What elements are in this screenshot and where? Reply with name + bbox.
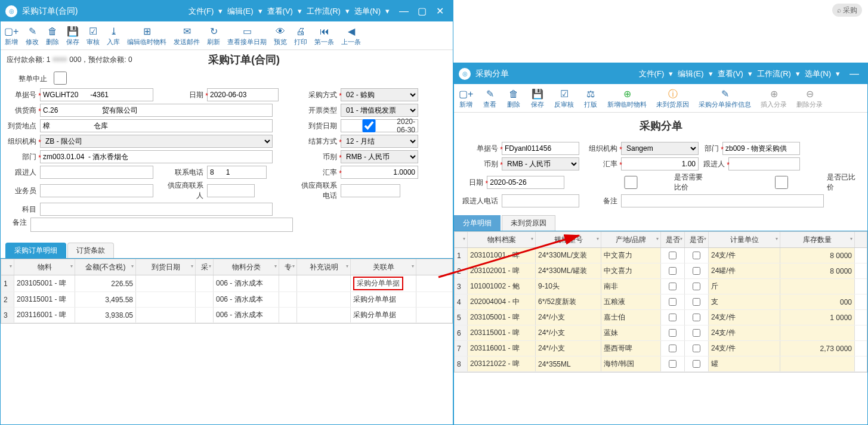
menu-workflow[interactable]: 工作流(R)	[307, 6, 341, 17]
toolbar-打版[interactable]: ⚖打版	[579, 86, 603, 110]
menu-view[interactable]: 查看(V)	[718, 69, 743, 79]
row-checkbox-1[interactable]	[669, 298, 677, 306]
arrival-place-input[interactable]	[40, 119, 273, 132]
menu-view[interactable]: 查看(V)	[267, 6, 293, 17]
col-header[interactable]: 关联单	[351, 259, 416, 275]
tab-split-detail[interactable]: 分单明细	[454, 215, 501, 231]
row-checkbox-1[interactable]	[669, 314, 677, 321]
settlement-select[interactable]: 12 - 月结	[341, 135, 418, 148]
org-select[interactable]: ZB - 限公司	[40, 135, 273, 148]
toolbar-插入分录[interactable]: ⊕插入分录	[756, 86, 792, 110]
col-header[interactable]: 到货日期	[136, 259, 196, 275]
toolbar-编辑临时物料[interactable]: ⊞编辑临时物料	[123, 24, 170, 47]
menu-edit[interactable]: 编辑(E)	[227, 6, 253, 17]
toolbar-入库[interactable]: ⤓入库	[103, 24, 123, 47]
table-row[interactable]: 6203115001 - 啤24*/小支蓝妹24支/件	[455, 325, 867, 341]
toolbar-审核[interactable]: ☑审核	[83, 24, 103, 47]
table-row[interactable]: 3101001002 - 鲍9-10头南非斤	[455, 279, 867, 294]
toolbar-反审核[interactable]: ☑反审核	[549, 86, 579, 110]
purchase-type-select[interactable]: 02 - 赊购	[341, 88, 418, 101]
toolbar-新增临时物料[interactable]: ⊕新增临时物料	[603, 86, 651, 110]
menu-workflow[interactable]: 工作流(R)	[757, 69, 791, 79]
table-row[interactable]: 8203121022 - 啤24*355ML海特/韩国罐	[455, 356, 867, 372]
toolbar-未到货原因[interactable]: ⓘ未到货原因	[651, 86, 694, 110]
table-row[interactable]: 2203115001 - 啤3,495.58006 - 酒水成本采购分单单据	[1, 292, 452, 308]
dept-input[interactable]	[40, 150, 273, 163]
col-header[interactable]: 采	[196, 259, 214, 275]
close-button[interactable]: ✕	[431, 3, 448, 20]
col-header[interactable]: 是否	[661, 232, 685, 247]
r-follower-phone-input[interactable]	[502, 194, 579, 207]
col-header[interactable]: 是否	[685, 232, 709, 247]
toolbar-发送邮件[interactable]: ✉发送邮件	[170, 24, 203, 47]
menu-select[interactable]: 选单(N)	[354, 6, 381, 17]
row-checkbox-1[interactable]	[669, 345, 677, 352]
toolbar-查看[interactable]: ✎查看	[478, 86, 502, 110]
biz-input[interactable]	[40, 184, 153, 197]
table-row[interactable]: 1203101001 - 啤24*330ML/支装中文喜力24支/件8 0000	[455, 248, 867, 263]
toolbar-上一条[interactable]: ◀上一条	[338, 24, 365, 47]
col-header[interactable]: 物料	[14, 259, 75, 275]
toolbar-删除[interactable]: 🗑删除	[42, 24, 63, 47]
sup-phone-input[interactable]	[341, 184, 400, 197]
col-header[interactable]: 库存数量	[780, 232, 855, 247]
col-header[interactable]: 物料分类	[214, 259, 279, 275]
minimize-button[interactable]: —	[846, 66, 863, 82]
col-header[interactable]	[455, 232, 468, 247]
menu-select[interactable]: 选单(N)	[805, 69, 831, 79]
table-row[interactable]: 7203116001 - 啤24*/小支墨西哥啤24支/件2,73 0000	[455, 341, 867, 356]
sup-contact-input[interactable]	[207, 184, 255, 197]
toolbar-采购分单操作信息[interactable]: ✎采购分单操作信息	[694, 86, 756, 110]
table-row[interactable]: 5203105001 - 啤24*/小支嘉士伯24支/件1 0000	[455, 310, 867, 325]
r-rate-input[interactable]	[621, 157, 699, 170]
toolbar-预览[interactable]: 👁预览	[270, 24, 291, 47]
row-checkbox-1[interactable]	[669, 283, 677, 290]
r-date-input[interactable]	[487, 176, 564, 189]
menu-file[interactable]: 文件(F)	[189, 6, 214, 17]
toolbar-新增[interactable]: ▢+新增	[454, 86, 478, 110]
row-checkbox-2[interactable]	[693, 329, 700, 337]
r-currency-select[interactable]: RMB - 人民币	[502, 157, 579, 170]
r-docno-input[interactable]	[502, 142, 579, 155]
table-row[interactable]: 3203116001 - 啤3,938.05006 - 酒水成本采购分单单据	[1, 308, 452, 323]
toolbar-保存[interactable]: 💾保存	[63, 24, 83, 47]
tab-terms[interactable]: 订货条款	[67, 243, 114, 258]
table-row[interactable]: 4202004004 - 中6*/52度新装五粮液支000	[455, 294, 867, 310]
col-header[interactable]: 计量单位	[709, 232, 780, 247]
col-header[interactable]: 规格型号	[536, 232, 601, 247]
date-input[interactable]	[207, 88, 279, 101]
r-org-select[interactable]: Sangem	[621, 142, 699, 155]
row-checkbox-2[interactable]	[693, 252, 700, 259]
search-button[interactable]: ⌕ 采购	[832, 4, 862, 17]
r-follower-input[interactable]	[728, 157, 800, 170]
row-checkbox-1[interactable]	[669, 329, 677, 337]
col-header[interactable]	[1, 259, 14, 275]
menu-edit[interactable]: 编辑(E)	[678, 69, 703, 79]
maximize-button[interactable]: ▢	[413, 3, 430, 20]
row-checkbox-1[interactable]	[669, 252, 677, 259]
toolbar-刷新[interactable]: ↻刷新	[203, 24, 224, 47]
col-header[interactable]: 产地/品牌	[601, 232, 661, 247]
toolbar-新增[interactable]: ▢+新增	[1, 24, 22, 47]
toolbar-第一条[interactable]: ⏮第一条	[311, 24, 338, 47]
rate-input[interactable]	[341, 166, 418, 179]
col-header[interactable]: 专	[279, 259, 297, 275]
row-checkbox-2[interactable]	[693, 360, 700, 368]
tab-unarrived[interactable]: 未到货原因	[502, 215, 555, 231]
whole-abort-checkbox[interactable]	[7, 72, 114, 85]
row-checkbox-2[interactable]	[693, 283, 700, 290]
col-header[interactable]: 物料档案	[468, 232, 536, 247]
invoice-type-select[interactable]: 01 - 增值税发票	[341, 104, 418, 117]
table-row[interactable]: 2203102001 - 啤24*330ML/罐装中文喜力24罐/件8 0000	[455, 263, 867, 279]
row-checkbox-2[interactable]	[693, 314, 700, 321]
toolbar-删除[interactable]: 🗑删除	[502, 86, 526, 110]
minimize-button[interactable]: —	[396, 3, 412, 20]
r-remark-input[interactable]	[621, 194, 824, 207]
r-dept-input[interactable]	[722, 142, 800, 155]
toolbar-查看接单日期[interactable]: ▭查看接单日期	[224, 24, 270, 47]
row-checkbox-2[interactable]	[693, 298, 700, 306]
toolbar-打印[interactable]: 🖨打印	[291, 24, 311, 47]
left-remark-input[interactable]	[30, 218, 293, 232]
follower-input[interactable]	[40, 166, 153, 179]
need-compare-checkbox[interactable]: 是否需要比价	[590, 172, 713, 193]
